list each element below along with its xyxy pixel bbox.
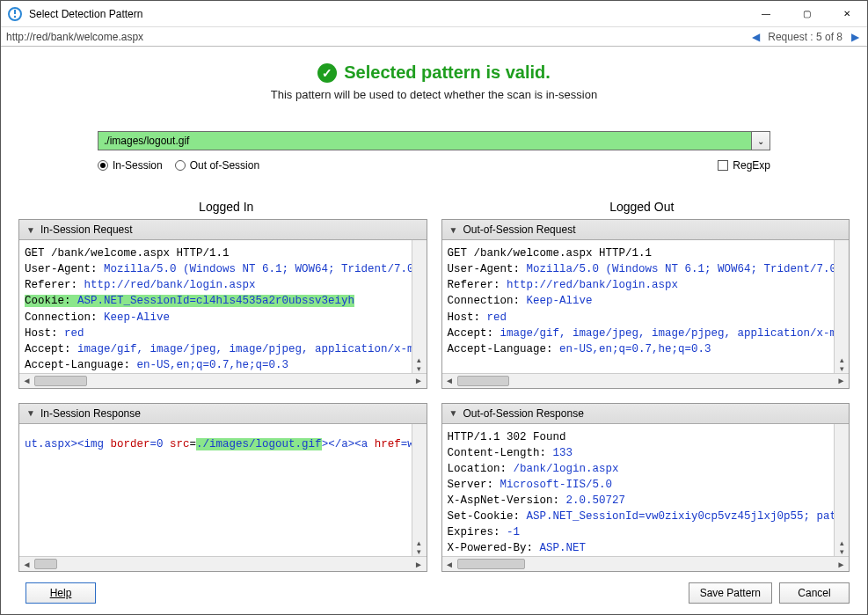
horizontal-scrollbar[interactable]: ◄►	[442, 373, 850, 388]
close-button[interactable]: ✕	[827, 1, 867, 27]
panel-header[interactable]: ▼ Out-of-Session Request	[442, 220, 850, 240]
horizontal-scrollbar[interactable]: ◄►	[19, 556, 427, 571]
options-row: In-Session Out of-Session RegExp	[98, 159, 770, 172]
collapse-icon: ▼	[449, 225, 458, 235]
vertical-scrollbar[interactable]: ▴▾	[412, 240, 427, 373]
radio-out-session[interactable]: Out of-Session	[175, 159, 259, 172]
app-icon	[8, 7, 22, 21]
columns-header: Logged In Logged Out	[1, 200, 867, 214]
panel-title: Out-of-Session Request	[463, 223, 575, 236]
radio-in-session-label: In-Session	[113, 159, 163, 172]
request-counter: Request : 5 of 8	[762, 31, 848, 43]
checkbox-icon	[718, 160, 728, 171]
panel-out-session-response: ▼ Out-of-Session Response HTTP/1.1 302 F…	[441, 403, 850, 573]
panel-header[interactable]: ▼ In-Session Request	[19, 220, 427, 240]
col-right-title: Logged Out	[434, 200, 850, 214]
panel-title: In-Session Response	[40, 407, 141, 420]
status-banner: ✓ Selected pattern is valid. This patter…	[1, 47, 867, 108]
collapse-icon: ▼	[26, 225, 35, 235]
prev-request-button[interactable]: ◀	[748, 31, 762, 43]
panel-in-session-response: ▼ In-Session Response ut.aspx><img borde…	[18, 403, 427, 573]
minimize-button[interactable]: —	[746, 1, 786, 27]
maximize-button[interactable]: ▢	[786, 1, 827, 27]
radio-icon	[175, 160, 186, 171]
titlebar: Select Detection Pattern — ▢ ✕	[1, 1, 867, 27]
svg-rect-1	[14, 10, 16, 14]
panels-grid: ▼ In-Session Request GET /bank/welcome.a…	[1, 214, 867, 572]
next-request-button[interactable]: ▶	[848, 31, 862, 43]
vertical-scrollbar[interactable]: ▴▾	[412, 424, 427, 557]
help-button[interactable]: Help	[26, 582, 96, 604]
radio-icon	[98, 160, 108, 171]
collapse-icon: ▼	[26, 408, 35, 418]
pattern-row: ⌄	[98, 131, 770, 150]
response-text[interactable]: ut.aspx><img border=0 src=./images/logou…	[19, 424, 427, 557]
radio-in-session[interactable]: In-Session	[98, 159, 163, 172]
panel-title: Out-of-Session Response	[463, 407, 583, 420]
collapse-icon: ▼	[449, 408, 458, 418]
col-left-title: Logged In	[18, 200, 434, 214]
horizontal-scrollbar[interactable]: ◄►	[19, 373, 427, 388]
panel-title: In-Session Request	[40, 223, 133, 236]
panel-header[interactable]: ▼ Out-of-Session Response	[442, 404, 850, 424]
save-pattern-button[interactable]: Save Pattern	[689, 582, 772, 604]
svg-point-2	[14, 15, 16, 17]
window-title: Select Detection Pattern	[29, 8, 142, 20]
cancel-button[interactable]: Cancel	[779, 582, 850, 604]
panel-out-session-request: ▼ Out-of-Session Request GET /bank/welco…	[441, 219, 850, 389]
banner-subtitle: This pattern will be used to detect whet…	[1, 88, 867, 101]
horizontal-scrollbar[interactable]: ◄►	[442, 556, 850, 571]
radio-out-session-label: Out of-Session	[190, 159, 259, 172]
vertical-scrollbar[interactable]: ▴▾	[834, 240, 849, 373]
request-text[interactable]: GET /bank/welcome.aspx HTTP/1.1 User-Age…	[19, 240, 427, 373]
pattern-input[interactable]	[98, 131, 751, 150]
request-text[interactable]: GET /bank/welcome.aspx HTTP/1.1 User-Age…	[442, 240, 850, 373]
url-bar: http://red/bank/welcome.aspx ◀ Request :…	[1, 27, 867, 47]
footer: Help Save Pattern Cancel	[1, 572, 867, 614]
checkbox-regexp[interactable]: RegExp	[718, 159, 770, 172]
panel-in-session-request: ▼ In-Session Request GET /bank/welcome.a…	[18, 219, 427, 389]
chevron-down-icon: ⌄	[757, 136, 764, 146]
checkbox-regexp-label: RegExp	[733, 159, 770, 172]
response-text[interactable]: HTTP/1.1 302 Found Content-Length: 133 L…	[442, 424, 850, 557]
vertical-scrollbar[interactable]: ▴▾	[834, 424, 849, 557]
banner-title: Selected pattern is valid.	[344, 62, 551, 83]
pattern-dropdown-button[interactable]: ⌄	[751, 131, 770, 150]
page-url: http://red/bank/welcome.aspx	[6, 31, 748, 43]
valid-check-icon: ✓	[317, 63, 337, 83]
panel-header[interactable]: ▼ In-Session Response	[19, 404, 427, 424]
